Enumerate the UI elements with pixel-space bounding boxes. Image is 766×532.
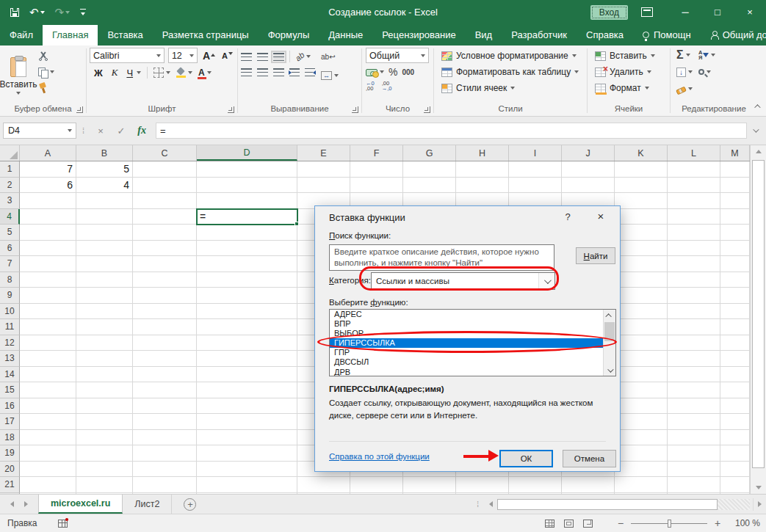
sheet-tab-microexcel.ru[interactable]: microexcel.ru bbox=[38, 495, 123, 514]
cell-C12[interactable] bbox=[133, 335, 197, 351]
normal-view-button[interactable] bbox=[540, 516, 559, 531]
cancel-button[interactable]: Отмена bbox=[563, 450, 616, 467]
listbox-scroll-down-button[interactable] bbox=[604, 365, 615, 376]
formula-input[interactable]: = bbox=[156, 123, 747, 139]
cell-D5[interactable] bbox=[197, 225, 297, 241]
vertical-scrollbar-thumb[interactable] bbox=[752, 160, 765, 468]
name-box-caret-icon[interactable] bbox=[68, 129, 72, 132]
cell-C13[interactable] bbox=[133, 351, 197, 367]
paste-button[interactable]: Вставить bbox=[1, 48, 35, 103]
cell-A3[interactable] bbox=[20, 193, 76, 209]
horizontal-scrollbar-track[interactable] bbox=[718, 499, 750, 510]
sort-filter-button[interactable]: АЯ bbox=[698, 48, 715, 62]
column-header-J[interactable]: J bbox=[562, 145, 615, 161]
cell-E2[interactable] bbox=[297, 178, 350, 194]
italic-button[interactable]: К bbox=[110, 67, 120, 79]
column-header-M[interactable]: M bbox=[720, 145, 750, 161]
function-item-ДВССЫЛ[interactable]: ДВССЫЛ bbox=[330, 357, 603, 367]
cell-K20[interactable] bbox=[615, 462, 668, 478]
row-header-10[interactable]: 10 bbox=[0, 304, 20, 320]
expand-formula-bar-button[interactable] bbox=[747, 123, 763, 139]
cell-M5[interactable] bbox=[720, 225, 750, 241]
cell-B7[interactable] bbox=[76, 256, 133, 272]
cell-B10[interactable] bbox=[76, 304, 133, 320]
orientation-button[interactable]: ab bbox=[295, 50, 311, 63]
cell-L2[interactable] bbox=[668, 178, 720, 194]
cell-M12[interactable] bbox=[720, 335, 750, 351]
cell-D10[interactable] bbox=[197, 304, 297, 320]
ok-button[interactable]: ОК bbox=[499, 450, 553, 467]
row-header-13[interactable]: 13 bbox=[0, 351, 20, 367]
cell-B14[interactable] bbox=[76, 367, 133, 383]
insert-function-button[interactable]: fx bbox=[132, 123, 151, 139]
maximize-button[interactable]: □ bbox=[701, 0, 734, 24]
align-top-button[interactable] bbox=[241, 53, 252, 61]
cell-L4[interactable] bbox=[668, 209, 720, 225]
scroll-down-button[interactable] bbox=[751, 481, 766, 494]
cell-K9[interactable] bbox=[615, 288, 668, 304]
cell-M14[interactable] bbox=[720, 367, 750, 383]
vertical-scrollbar[interactable] bbox=[750, 145, 766, 494]
cell-L16[interactable] bbox=[668, 398, 720, 415]
percent-style-button[interactable]: % bbox=[389, 66, 397, 78]
cell-C19[interactable] bbox=[133, 445, 197, 462]
font-family-combo[interactable]: Calibri bbox=[90, 48, 165, 63]
zoom-level[interactable]: 100 % bbox=[728, 518, 760, 528]
cell-C8[interactable] bbox=[133, 272, 197, 288]
accounting-format-button[interactable] bbox=[366, 65, 384, 79]
collapse-ribbon-button[interactable] bbox=[751, 101, 762, 112]
cell-L9[interactable] bbox=[668, 288, 720, 304]
number-dialog-launcher[interactable] bbox=[424, 106, 430, 113]
save-button[interactable] bbox=[10, 8, 19, 17]
cell-L11[interactable] bbox=[668, 319, 720, 335]
cell-M15[interactable] bbox=[720, 382, 750, 398]
fill-color-button[interactable] bbox=[176, 66, 192, 79]
column-header-A[interactable]: A bbox=[20, 145, 76, 161]
increase-font-button[interactable]: А bbox=[201, 50, 217, 62]
cell-D17[interactable] bbox=[197, 414, 297, 430]
cell-H2[interactable] bbox=[456, 178, 509, 194]
cell-A7[interactable] bbox=[20, 256, 76, 272]
horizontal-scrollbar-thumb[interactable] bbox=[497, 499, 718, 510]
listbox-scroll-up-button[interactable] bbox=[604, 310, 615, 321]
cell-L10[interactable] bbox=[668, 304, 720, 320]
cell-B11[interactable] bbox=[76, 319, 133, 335]
cut-button[interactable] bbox=[38, 49, 54, 62]
row-header-9[interactable]: 9 bbox=[0, 288, 20, 304]
cell-K3[interactable] bbox=[615, 193, 668, 209]
cell-A5[interactable] bbox=[20, 225, 76, 241]
cell-B2[interactable]: 4 bbox=[76, 178, 133, 194]
cell-M1[interactable] bbox=[720, 161, 750, 178]
fill-handle[interactable] bbox=[295, 222, 299, 226]
cell-F2[interactable] bbox=[350, 178, 403, 194]
cell-D8[interactable] bbox=[197, 272, 297, 288]
cell-I1[interactable] bbox=[509, 161, 562, 178]
name-box[interactable]: D4 bbox=[3, 123, 76, 139]
row-header-17[interactable]: 17 bbox=[0, 414, 20, 430]
cell-A11[interactable] bbox=[20, 319, 76, 335]
cell-C3[interactable] bbox=[133, 193, 197, 209]
dialog-help-button[interactable]: ? bbox=[561, 211, 574, 225]
cell-D4[interactable]: = bbox=[197, 209, 297, 225]
cell-D18[interactable] bbox=[197, 430, 297, 446]
merge-center-button[interactable]: ↔ bbox=[321, 69, 339, 82]
sign-in-button[interactable]: Вход bbox=[590, 5, 628, 20]
cell-L13[interactable] bbox=[668, 351, 720, 367]
listbox-scrollbar[interactable] bbox=[603, 310, 615, 376]
cell-M7[interactable] bbox=[720, 256, 750, 272]
align-middle-button[interactable] bbox=[257, 53, 268, 61]
cell-B5[interactable] bbox=[76, 225, 133, 241]
wrap-text-button[interactable]: ab↩ bbox=[321, 50, 339, 63]
function-item-ДРВ[interactable]: ДРВ bbox=[330, 368, 603, 376]
row-header-21[interactable]: 21 bbox=[0, 477, 20, 493]
column-header-I[interactable]: I bbox=[509, 145, 562, 161]
row-header-2[interactable]: 2 bbox=[0, 178, 20, 194]
column-header-D[interactable]: D bbox=[197, 145, 297, 161]
tab-Данные[interactable]: Данные bbox=[319, 25, 372, 45]
cell-L21[interactable] bbox=[668, 477, 720, 493]
column-header-F[interactable]: F bbox=[350, 145, 403, 161]
cell-K7[interactable] bbox=[615, 256, 668, 272]
tab-Справка[interactable]: Справка bbox=[577, 25, 633, 45]
cell-L3[interactable] bbox=[668, 193, 720, 209]
cell-L14[interactable] bbox=[668, 367, 720, 383]
